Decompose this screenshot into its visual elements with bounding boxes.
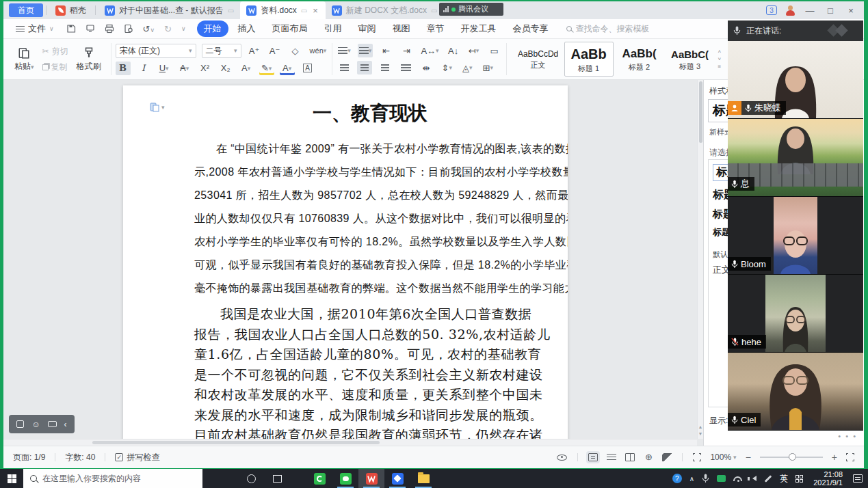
wrap-button[interactable]: ↤▾ xyxy=(466,44,482,57)
web-view-button[interactable]: ⊕ xyxy=(644,453,653,461)
file-explorer-button[interactable] xyxy=(410,469,436,488)
font-color-button[interactable]: A▾ xyxy=(280,62,295,75)
tab-insert[interactable]: 插入 xyxy=(231,21,263,37)
task-view-button[interactable] xyxy=(264,469,290,488)
tab-ziliao-doc-active[interactable]: 资料.docx ▭ × xyxy=(240,1,326,19)
numbered-list-button[interactable]: ▾ xyxy=(358,44,373,57)
scrollbar-thumb[interactable] xyxy=(92,441,380,444)
style-normal[interactable]: AaBbCcDd 正文 xyxy=(514,42,563,77)
style-heading1[interactable]: AaBb 标题 1 xyxy=(564,42,614,77)
ime-language-indicator[interactable]: 英 xyxy=(780,473,788,485)
scroll-up-icon[interactable]: ▲ xyxy=(698,424,703,429)
meeting-header[interactable]: 正在讲话: xyxy=(728,21,863,41)
action-center-icon[interactable] xyxy=(853,474,863,483)
increase-font-button[interactable]: A⁺ xyxy=(247,44,262,57)
style-heading3[interactable]: AaBbC( 标题 3 xyxy=(666,42,715,77)
maximize-button[interactable]: □ xyxy=(824,5,837,16)
word-count[interactable]: 字数: 40 xyxy=(65,452,95,463)
doc-count-badge[interactable]: 3 xyxy=(766,5,777,15)
zoom-in-button[interactable]: + xyxy=(832,452,837,463)
increase-indent-button[interactable]: ⇥ xyxy=(399,44,414,57)
cut-button[interactable]: ✂剪切 xyxy=(42,46,68,57)
tab-close-icon[interactable]: × xyxy=(311,5,319,16)
copy-button[interactable]: 复制 xyxy=(42,62,68,73)
spellcheck-toggle[interactable]: ✓ 拼写检查 xyxy=(115,452,159,463)
undo-button[interactable]: ↺∨ xyxy=(143,24,155,34)
character-scale-button[interactable]: A↔▾ xyxy=(419,44,440,57)
style-heading2[interactable]: AaBb( 标题 2 xyxy=(615,42,664,77)
panel-more-dots[interactable]: • • • xyxy=(838,432,857,440)
tab-start[interactable]: 开始 xyxy=(197,21,228,37)
scroll-down-icon[interactable]: ▼ xyxy=(698,431,703,436)
italic-button[interactable]: I xyxy=(136,62,151,75)
wechat-button[interactable] xyxy=(332,469,358,488)
document-horizontal-scrollbar[interactable] xyxy=(3,439,697,446)
zoom-out-button[interactable]: − xyxy=(746,452,751,463)
paste-button[interactable]: 粘贴▾ xyxy=(9,42,40,77)
decrease-font-button[interactable]: A⁻ xyxy=(267,44,282,57)
strikethrough-button[interactable]: A▾ xyxy=(177,62,192,75)
save-button[interactable] xyxy=(66,24,76,33)
text-effects-button[interactable]: A▾ xyxy=(239,62,254,75)
video-tile-participant-2[interactable]: 息 xyxy=(728,119,863,197)
tab-member[interactable]: 会员专享 xyxy=(506,21,555,37)
borders-button[interactable]: ⊞▾ xyxy=(480,61,495,74)
gallery-scroll-arrows[interactable]: ˄˅≡ xyxy=(716,42,724,77)
tab-page-layout[interactable]: 页面布局 xyxy=(265,21,315,37)
text-direction-button[interactable]: A↓ xyxy=(446,44,461,57)
decrease-indent-button[interactable]: ⇤ xyxy=(378,44,393,57)
print-button[interactable] xyxy=(105,24,114,33)
tab-section[interactable]: 章节 xyxy=(420,21,451,37)
file-menu-button[interactable]: 文件 ∨ xyxy=(10,23,60,35)
video-tile-participant-4[interactable]: hehe xyxy=(728,275,863,353)
tab-report-doc[interactable]: 对于中国基础...查 - 默认报告 ▭ xyxy=(98,1,240,19)
ruler-icon[interactable]: ▭ xyxy=(487,44,502,57)
video-tile-participant-1[interactable]: 朱晓蝶 xyxy=(728,41,863,119)
minimize-button[interactable]: — xyxy=(804,5,816,16)
ime-toolbar[interactable]: ☺ ‹ xyxy=(9,415,75,433)
meeting-floating-bar[interactable]: 腾讯会议 xyxy=(439,3,503,16)
justify-button[interactable] xyxy=(398,61,413,74)
screen-share-icon[interactable] xyxy=(717,475,726,482)
distribute-button[interactable]: ⇹ xyxy=(419,61,434,74)
document-page[interactable]: 一、教育现状 在 “中国统计年鉴 2009” 有一张关于农村小学教育情况的图表,… xyxy=(123,85,568,446)
align-left-button[interactable] xyxy=(337,61,352,74)
tab-docer[interactable]: 稻壳 xyxy=(49,1,92,19)
video-tile-participant-3[interactable]: Bloom xyxy=(728,197,863,275)
clear-format-button[interactable]: ◇ xyxy=(288,44,303,57)
account-avatar[interactable] xyxy=(785,5,795,16)
tab-review[interactable]: 审阅 xyxy=(352,21,383,37)
zoom-slider-thumb[interactable] xyxy=(789,453,796,461)
font-size-select[interactable]: 二号▾ xyxy=(202,44,241,58)
paste-options-button[interactable]: ▾ xyxy=(150,102,165,112)
document-vertical-scrollbar[interactable]: ▲ ▼ xyxy=(697,80,703,439)
tray-mic-icon[interactable] xyxy=(702,474,709,483)
pinyin-guide-button[interactable]: wén▾ xyxy=(308,44,328,57)
tab-references[interactable]: 引用 xyxy=(317,21,349,37)
shading-button[interactable]: ◬▾ xyxy=(460,61,475,74)
align-center-button[interactable] xyxy=(357,61,372,74)
read-mode-button[interactable] xyxy=(625,453,635,461)
underline-button[interactable]: U▾ xyxy=(157,62,172,75)
eye-protection-icon[interactable] xyxy=(557,455,567,461)
ink-workspace-icon[interactable] xyxy=(765,475,772,483)
print-preview-button[interactable] xyxy=(124,24,133,33)
superscript-button[interactable]: X² xyxy=(198,62,213,75)
bold-button[interactable]: B xyxy=(116,62,131,75)
outline-view-button[interactable] xyxy=(607,454,616,461)
taskbar-clock[interactable]: 21:08 2021/9/1 xyxy=(811,470,845,487)
scrollbar-thumb[interactable] xyxy=(699,81,702,143)
volume-icon[interactable] xyxy=(750,476,757,481)
redo-button[interactable]: ↻ xyxy=(164,24,172,34)
tab-new-doc[interactable]: 新建 DOCX 文档.docx ▭ ● xyxy=(326,1,452,19)
emoji-icon[interactable]: ☺ xyxy=(31,420,40,429)
highlight-color-button[interactable]: ✎▾ xyxy=(259,62,274,75)
page-view-button[interactable] xyxy=(588,453,598,461)
tab-dev-tools[interactable]: 开发工具 xyxy=(454,21,503,37)
tab-view[interactable]: 视图 xyxy=(386,21,417,37)
start-button[interactable] xyxy=(0,469,23,488)
cortana-button[interactable] xyxy=(238,469,264,488)
character-shading-button[interactable]: A xyxy=(300,62,315,75)
video-tile-participant-5[interactable]: Ciel xyxy=(728,353,863,431)
network-icon[interactable] xyxy=(733,476,742,481)
